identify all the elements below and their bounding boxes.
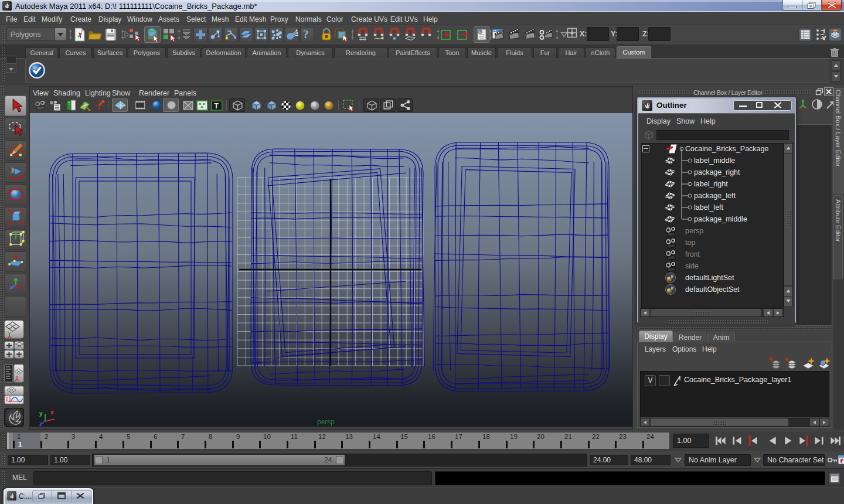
svg-text:persp: persp	[317, 418, 335, 426]
svg-text:y: y	[39, 410, 43, 417]
svg-text:T: T	[214, 102, 219, 110]
svg-text:z: z	[39, 421, 42, 427]
svg-text:?: ?	[303, 28, 309, 40]
svg-text:IPR: IPR	[527, 33, 535, 39]
svg-text:x: x	[50, 409, 54, 416]
